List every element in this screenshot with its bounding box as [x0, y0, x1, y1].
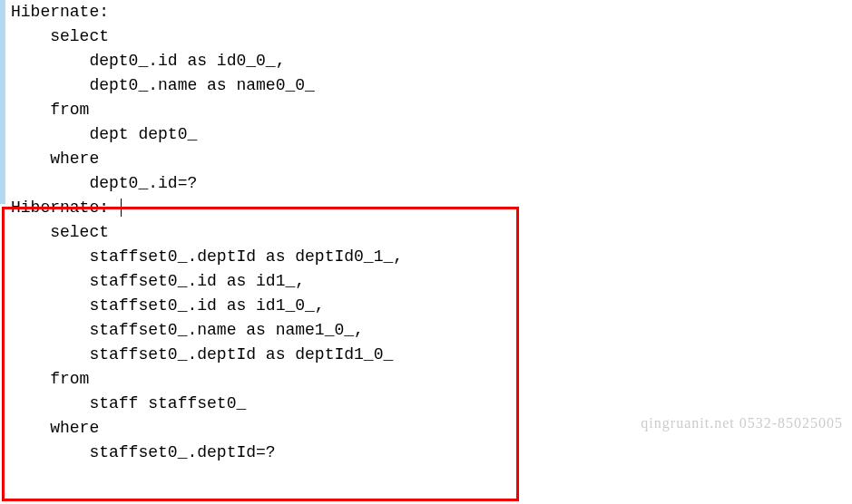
where-keyword: where [11, 150, 99, 168]
column-line: staffset0_.deptId as deptId1_0_ [11, 345, 403, 363]
where-keyword: where [11, 419, 99, 437]
text-cursor-icon [121, 199, 122, 217]
watermark-text: qingruanit.net 0532-85025005 [641, 412, 843, 434]
table-line: staff staffset0_ [11, 394, 256, 412]
hibernate-label: Hibernate: [11, 3, 109, 21]
hibernate-label: Hibernate: [11, 199, 119, 217]
table-line: dept dept0_ [11, 125, 207, 143]
column-line: staffset0_.deptId as deptId0_1_, [11, 247, 403, 266]
condition-line: staffset0_.deptId=? [11, 443, 276, 461]
sql-query-1: Hibernate: select dept0_.id as id0_0_, d… [0, 0, 852, 196]
column-line: staffset0_.name as name1_0_, [11, 321, 364, 339]
selection-indicator [0, 0, 5, 204]
column-line: dept0_.id as id0_0_, [11, 52, 285, 70]
select-keyword: select [11, 27, 109, 45]
code-viewer: Hibernate: select dept0_.id as id0_0_, d… [0, 0, 852, 465]
from-keyword: from [11, 101, 89, 119]
from-keyword: from [11, 370, 89, 388]
column-line: dept0_.name as name0_0_ [11, 76, 325, 94]
column-line: staffset0_.id as id1_0_, [11, 296, 325, 315]
column-line: staffset0_.id as id1_, [11, 272, 305, 290]
select-keyword: select [11, 223, 109, 241]
condition-line: dept0_.id=? [11, 174, 197, 192]
